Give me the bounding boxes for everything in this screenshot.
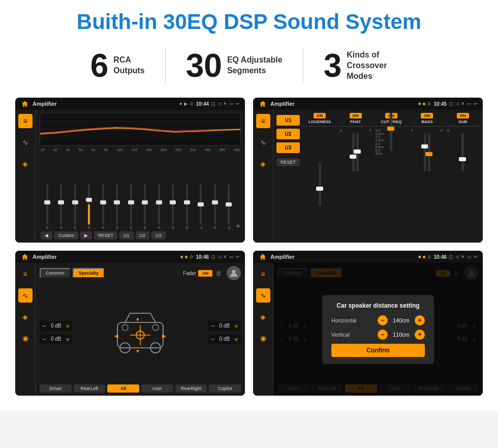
xover-x-icon: ✕ [461, 101, 465, 106]
eq-prev-btn[interactable]: ◀ [41, 231, 52, 240]
fader-left-controls: − 0 dB + − 0 dB + [40, 321, 72, 344]
xover-left-sidebar: ≡ ∿ ◈ [253, 110, 273, 243]
eq-slider-8: 0 [139, 184, 152, 229]
xover-channels: ON LOUDNESS ON PHAT [303, 113, 480, 240]
screenshots-grid: Amplifier ● ▶ ⊙ 10:44 ◫ ◁ ✕ ▭ ↩ ≡ ∿ ◈ [15, 98, 483, 396]
sidebar-speaker-icon[interactable]: ◈ [18, 157, 33, 171]
fader-main-area: Common Specialty Fader ON ||| − [36, 263, 245, 396]
xover-screen-content: ≡ ∿ ◈ U1 U2 U3 RESET ON LOUDNESS [253, 110, 483, 243]
eq-graph [40, 113, 241, 146]
xover-sub-name: SUB [458, 120, 467, 124]
fader-location-icon: ⊙ [190, 254, 194, 259]
eq-reset-btn[interactable]: RESET [94, 231, 117, 240]
xover-vol-icon: ◁ [455, 101, 459, 106]
dialog-horizontal-plus[interactable]: + [415, 315, 425, 325]
fader-plus-2[interactable]: + [66, 335, 70, 343]
eq-u3-btn[interactable]: U3 [151, 231, 166, 240]
fader-plus-3[interactable]: + [234, 322, 238, 330]
xover-time: 10:45 [433, 101, 447, 107]
fader-minus-4[interactable]: − [211, 335, 215, 343]
fader-sidebar-wave-icon[interactable]: ∿ [18, 288, 33, 303]
fader-screen-title: Amplifier [33, 254, 177, 260]
svg-text:▲: ▲ [135, 316, 140, 321]
eq-slider-3: 0 [69, 184, 82, 229]
fader-screen-card: Amplifier ■ ⊙ 10:46 ◫ ◁ ✕ ▭ ↩ ≡ ∿ ◈ [15, 251, 245, 396]
xover-u3-btn[interactable]: U3 [276, 142, 300, 153]
xover-screen-title: Amplifier [270, 101, 415, 107]
fader-all-btn[interactable]: All [107, 384, 139, 393]
eq-slider-2: 0 [55, 184, 68, 229]
fader-sidebar-eq-icon[interactable]: ≡ [18, 267, 33, 281]
stat-number-rca: 6 [90, 49, 109, 82]
dist-sidebar-eq-icon[interactable]: ≡ [256, 267, 270, 281]
eq-x-icon: ✕ [223, 101, 227, 106]
fader-minus-2[interactable]: − [42, 335, 46, 343]
fader-user-btn[interactable]: User [141, 384, 173, 393]
eq-next-btn[interactable]: ▶ [80, 231, 92, 240]
xover-loudness-on: ON [314, 113, 326, 118]
fader-db-row-2: − 0 dB + [40, 334, 72, 344]
dist-icon1: ■ [418, 254, 421, 259]
xover-u2-btn[interactable]: U2 [276, 129, 300, 139]
eq-custom-btn[interactable]: Custom [54, 231, 78, 240]
eq-more-btn[interactable]: » [236, 222, 240, 229]
xover-u1-btn[interactable]: U1 [276, 115, 300, 126]
dialog-vertical-minus[interactable]: − [378, 330, 388, 340]
dialog-horizontal-label: Horizontal [331, 317, 357, 323]
eq-time: 10:44 [196, 101, 209, 107]
eq-left-sidebar: ≡ ∿ ◈ [15, 110, 36, 243]
eq-slider-12: -1 [195, 184, 208, 229]
fader-specialty-tab[interactable]: Specialty [73, 268, 105, 278]
dist-sidebar-extra-icon[interactable]: ◉ [256, 331, 270, 345]
eq-u1-btn[interactable]: U1 [119, 231, 134, 240]
svg-point-10 [122, 324, 128, 331]
fader-avatar [227, 266, 241, 280]
dist-left-sidebar: ≡ ∿ ◈ ◉ [253, 263, 273, 396]
fader-label: Fader [183, 271, 196, 276]
fader-sidebar-extra-icon[interactable]: ◉ [18, 331, 33, 345]
xover-sidebar-wave-icon[interactable]: ∿ [256, 135, 270, 150]
main-title: Buith-in 30EQ DSP Sound System [15, 10, 483, 34]
xover-ch-bass: ON BASS FG [410, 113, 444, 240]
dialog-vertical-plus[interactable]: + [415, 330, 425, 340]
fader-rearright-btn[interactable]: RearRight [175, 384, 207, 393]
dist-sidebar-wave-icon[interactable]: ∿ [256, 288, 270, 303]
dialog-vertical-row: Vertical − 110cm + [331, 330, 425, 340]
fader-sidebar-speaker-icon[interactable]: ◈ [18, 310, 33, 324]
dialog-horizontal-row: Horizontal − 140cm + [331, 315, 425, 325]
dialog-vertical-label: Vertical [331, 332, 350, 338]
fader-minus-3[interactable]: − [211, 322, 215, 330]
fader-copilot-btn[interactable]: Copilot [209, 384, 241, 393]
xover-icon1: ■ [418, 101, 421, 106]
fader-driver-btn[interactable]: Driver [40, 384, 72, 393]
eq-status-bar: Amplifier ● ▶ ⊙ 10:44 ◫ ◁ ✕ ▭ ↩ [15, 98, 245, 110]
dialog-horizontal-minus[interactable]: − [378, 315, 388, 325]
xover-sidebar-eq-icon[interactable]: ≡ [256, 114, 270, 128]
eq-u2-btn[interactable]: U2 [136, 231, 150, 240]
sidebar-eq-icon[interactable]: ≡ [18, 114, 33, 128]
fader-db-row-3: − 0 dB + [208, 321, 241, 331]
fader-back-icon: ↩ [236, 254, 240, 259]
stat-label-eq: EQ AdjustableSegments [227, 55, 283, 76]
fader-minus-1[interactable]: − [42, 322, 46, 330]
fader-icon1: ■ [180, 254, 183, 259]
dialog-vertical-stepper: − 110cm + [378, 330, 425, 340]
xover-reset-btn[interactable]: RESET [276, 158, 300, 166]
stats-row: 6 RCAOutputs 30 EQ AdjustableSegments 3 … [15, 48, 483, 83]
xover-u-buttons: U1 U2 U3 RESET [276, 113, 300, 240]
eq-slider-14: -1 [223, 184, 236, 229]
xover-sub-on: ON [457, 113, 469, 118]
fader-plus-1[interactable]: + [66, 322, 70, 330]
xover-sidebar-speaker-icon[interactable]: ◈ [256, 157, 270, 171]
eq-screen-content: ≡ ∿ ◈ [15, 110, 245, 243]
fader-rearleft-btn[interactable]: RearLeft [74, 384, 106, 393]
eq-screen-title: Amplifier [33, 101, 176, 107]
fader-common-tab[interactable]: Common [40, 268, 71, 278]
dist-sidebar-speaker-icon[interactable]: ◈ [256, 310, 270, 324]
fader-rect-icon: ▭ [229, 254, 234, 259]
fader-plus-4[interactable]: + [234, 335, 238, 343]
sidebar-wave-icon[interactable]: ∿ [18, 135, 33, 150]
dialog-confirm-button[interactable]: Confirm [331, 344, 425, 357]
dist-vol-icon: ◁ [455, 254, 459, 259]
xover-dot [423, 103, 425, 105]
